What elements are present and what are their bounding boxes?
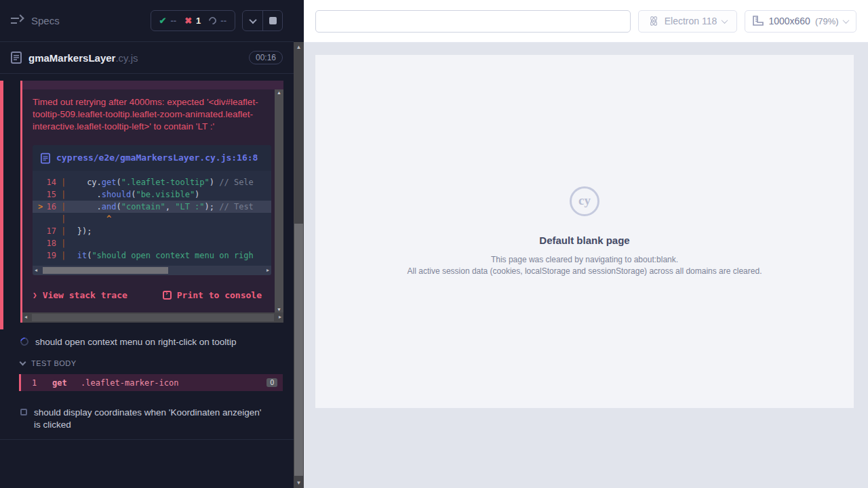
failed-test-indicator-bar <box>0 81 3 329</box>
scroll-left-arrow-icon[interactable]: ◂ <box>24 312 27 322</box>
scrollbar-thumb[interactable] <box>43 267 168 274</box>
reporter-header: Specs ✔ -- ✖ 1 -- <box>0 0 294 42</box>
view-stack-trace-label: View stack trace <box>43 290 127 300</box>
spec-file-icon <box>11 52 22 64</box>
browser-selector[interactable]: Electron 118 <box>638 10 737 33</box>
code-line: 15| .should("be.visible") <box>33 188 271 201</box>
scrollbar-thumb[interactable] <box>32 314 274 321</box>
specs-label: Specs <box>31 15 60 26</box>
error-panel-horizontal-scrollbar[interactable]: ◂ ▸ <box>22 312 283 323</box>
aut-content-area: cy Default blank page This page was clea… <box>304 43 868 488</box>
spec-name: gmaMarkersLayer.cy.js <box>28 52 138 64</box>
reporter-vertical-scrollbar[interactable]: ▲ ▼ <box>294 42 304 488</box>
code-frame-filename: cypress/e2e/gmaMarkersLayer.cy.js:16:8 <box>56 151 258 165</box>
code-line: 18| <box>33 237 271 249</box>
stat-failed: ✖ 1 <box>184 16 201 26</box>
view-stack-trace-button[interactable]: ❯ View stack trace <box>33 290 127 300</box>
test-title: should open context menu on right-click … <box>35 336 236 348</box>
failed-count: 1 <box>196 16 201 26</box>
stop-tests-button[interactable] <box>262 11 282 30</box>
blank-page-title: Default blank page <box>539 235 629 246</box>
x-icon: ✖ <box>184 16 192 26</box>
code-frame-horizontal-scrollbar[interactable]: ◂ ▸ <box>33 266 271 275</box>
spec-header[interactable]: gmaMarkersLayer.cy.js 00:16 <box>0 42 294 74</box>
print-to-console-label: Print to console <box>177 290 262 300</box>
test-stats[interactable]: ✔ -- ✖ 1 -- <box>151 10 235 31</box>
chevron-down-icon <box>842 17 849 24</box>
runner-controls <box>242 10 283 31</box>
cypress-logo: cy <box>570 186 599 216</box>
print-to-console-button[interactable]: Print to console <box>163 290 262 300</box>
cypress-runner: Specs ✔ -- ✖ 1 -- <box>0 0 868 488</box>
viewport-selector[interactable]: 1000x660 (79%) <box>745 10 856 33</box>
cypress-logo-text: cy <box>578 193 591 208</box>
chevron-down-icon <box>20 359 26 366</box>
collapse-all-button[interactable] <box>243 11 262 30</box>
test-title: should display coordinates when 'Koordin… <box>34 407 264 431</box>
passed-count: -- <box>171 16 177 26</box>
scrollbar-thumb[interactable] <box>294 224 303 476</box>
test-item-running[interactable]: should open context menu on right-click … <box>0 329 294 354</box>
reporter-panel: Specs ✔ -- ✖ 1 -- <box>0 0 294 488</box>
command-method: get <box>52 378 81 388</box>
pending-count: -- <box>220 16 226 26</box>
command-log-row[interactable]: 1 get .leaflet-marker-icon 0 <box>19 374 283 391</box>
specs-list-toggle[interactable]: Specs <box>11 15 60 26</box>
code-frame-file-link[interactable]: cypress/e2e/gmaMarkersLayer.cy.js:16:8 <box>33 145 271 171</box>
command-message: .leaflet-marker-icon <box>81 378 267 388</box>
viewport-dimensions: 1000x660 <box>768 16 810 26</box>
scroll-right-arrow-icon[interactable]: ▸ <box>279 312 281 322</box>
code-line: >16| .and("contain", "LT :"); // Test <box>33 201 271 213</box>
chevron-down-icon <box>249 16 256 23</box>
pending-circle-icon <box>208 16 218 26</box>
command-count-badge: 0 <box>267 378 277 387</box>
chevron-right-icon: ❯ <box>33 291 37 300</box>
test-item-queued[interactable]: should display coordinates when 'Koordin… <box>0 400 294 440</box>
error-panel-top-strip <box>22 81 283 89</box>
stat-pending: -- <box>209 16 226 26</box>
queued-square-icon <box>20 409 27 415</box>
stop-icon <box>269 17 277 24</box>
console-icon <box>163 291 172 300</box>
blank-page-line1: This page was cleared by navigating to a… <box>491 254 678 266</box>
spec-extension: .cy.js <box>115 52 138 64</box>
spec-duration-badge: 00:16 <box>249 51 283 64</box>
code-line: | ^ <box>33 213 271 225</box>
code-line: 14| cy.get(".leaflet-tooltip") // Sele <box>33 176 271 188</box>
specs-menu-icon <box>11 16 23 26</box>
file-icon <box>41 152 50 164</box>
scroll-up-arrow-icon[interactable]: ▲ <box>275 90 283 95</box>
aut-iframe: cy Default blank page This page was clea… <box>315 55 854 408</box>
electron-icon <box>648 16 659 26</box>
failed-test-block: Timed out retrying after 4000ms: expecte… <box>0 81 294 329</box>
blank-page-line2: All active session data (cookies, localS… <box>408 266 762 277</box>
aut-panel: Electron 118 1000x660 (79%) cy <box>304 0 868 488</box>
code-line: 17| }); <box>33 225 271 237</box>
scroll-up-arrow-icon[interactable]: ▲ <box>294 44 304 50</box>
error-panel-vertical-scrollbar[interactable]: ▲ ▼ <box>275 89 283 312</box>
test-body-section-toggle[interactable]: TEST BODY <box>0 354 294 372</box>
scroll-down-arrow-icon[interactable]: ▼ <box>275 307 283 312</box>
error-footer: ❯ View stack trace Print to console <box>22 281 283 312</box>
browser-label: Electron 118 <box>665 16 717 26</box>
viewport-zoom: (79%) <box>815 16 839 26</box>
code-line: 19| it("should open context menu on righ <box>33 249 271 262</box>
scroll-right-arrow-icon[interactable]: ▸ <box>267 266 269 275</box>
test-body-label: TEST BODY <box>31 359 77 367</box>
stat-passed: ✔ -- <box>159 16 177 26</box>
ruler-icon <box>753 16 764 26</box>
error-message[interactable]: Timed out retrying after 4000ms: expecte… <box>22 89 283 140</box>
url-input[interactable] <box>315 10 631 33</box>
code-frame: cypress/e2e/gmaMarkersLayer.cy.js:16:8 1… <box>33 145 271 275</box>
spinner-icon <box>19 336 31 348</box>
command-number: 1 <box>32 378 52 388</box>
scroll-down-arrow-icon[interactable]: ▼ <box>294 480 304 486</box>
code-frame-body: 14| cy.get(".leaflet-tooltip") // Sele15… <box>33 171 271 266</box>
check-icon: ✔ <box>159 16 167 26</box>
aut-toolbar: Electron 118 1000x660 (79%) <box>304 0 868 43</box>
reporter-scrollbar-column: ▲ ▼ <box>294 0 304 488</box>
chevron-down-icon <box>722 17 728 24</box>
scroll-left-arrow-icon[interactable]: ◂ <box>35 266 37 275</box>
error-panel: Timed out retrying after 4000ms: expecte… <box>20 81 283 323</box>
